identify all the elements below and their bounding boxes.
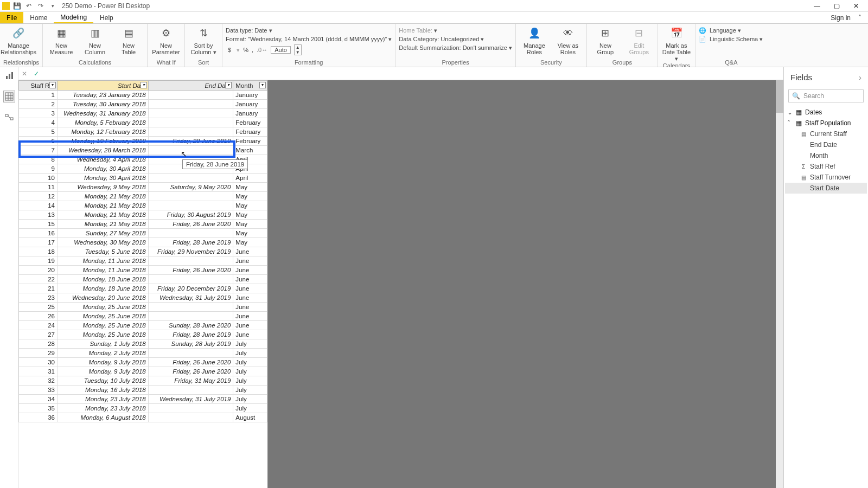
data-view-icon[interactable]: [4, 91, 15, 102]
report-view-icon[interactable]: [4, 70, 15, 81]
currency-button[interactable]: $: [226, 46, 233, 54]
cell-startdate[interactable]: Sunday, 1 July 2018: [57, 339, 148, 349]
cell-startdate[interactable]: Monday, 11 June 2018: [57, 266, 148, 275]
table-row[interactable]: 16Sunday, 27 May 2018May: [19, 229, 267, 238]
table-row[interactable]: 22Monday, 18 June 2018June: [19, 275, 267, 284]
cell-staffref[interactable]: 9: [19, 164, 58, 174]
cell-staffref[interactable]: 18: [19, 247, 58, 256]
cell-startdate[interactable]: Monday, 25 June 2018: [57, 321, 148, 330]
table-row[interactable]: 25Monday, 25 June 2018June: [19, 303, 267, 312]
cell-staffref[interactable]: 14: [19, 201, 58, 210]
table-row[interactable]: 4Monday, 5 February 2018February: [19, 118, 267, 127]
cell-enddate[interactable]: [148, 256, 233, 266]
cell-enddate[interactable]: Sunday, 28 July 2019: [148, 339, 233, 349]
summarization-dropdown[interactable]: Default Summarization: Don't summarize: [399, 44, 512, 52]
cell-month[interactable]: July: [233, 395, 267, 404]
column-header-enddate[interactable]: End Date▾: [148, 81, 233, 91]
table-row[interactable]: 5Monday, 12 February 2018February: [19, 127, 267, 137]
filter-dropdown-icon[interactable]: ▾: [225, 82, 232, 88]
cell-staffref[interactable]: 29: [19, 349, 58, 358]
edit-groups-button[interactable]: ⊟Edit Groups: [624, 25, 654, 55]
cell-staffref[interactable]: 13: [19, 210, 58, 220]
cell-month[interactable]: May: [233, 210, 267, 220]
cell-startdate[interactable]: Monday, 18 June 2018: [57, 284, 148, 293]
cell-startdate[interactable]: Wednesday, 30 May 2018: [57, 238, 148, 247]
cell-month[interactable]: June: [233, 321, 267, 330]
table-row[interactable]: 28Sunday, 1 July 2018Sunday, 28 July 201…: [19, 339, 267, 349]
column-header-staffref[interactable]: Staff Ref▾: [19, 81, 58, 91]
undo-icon[interactable]: ↶: [25, 2, 33, 10]
table-row[interactable]: 29Monday, 2 July 2018July: [19, 349, 267, 358]
fields-search-input[interactable]: 🔍 Search: [788, 89, 864, 102]
cell-month[interactable]: February: [233, 137, 267, 146]
cell-startdate[interactable]: Wednesday, 28 March 2018: [57, 146, 148, 155]
cell-staffref[interactable]: 33: [19, 386, 58, 395]
cell-month[interactable]: June: [233, 303, 267, 312]
cell-month[interactable]: May: [233, 229, 267, 238]
formula-cancel-icon[interactable]: ✕: [22, 70, 27, 78]
fields-table-staffpopulation[interactable]: ˄▦ Staff Population: [785, 118, 867, 129]
cell-enddate[interactable]: [148, 312, 233, 321]
cell-staffref[interactable]: 28: [19, 339, 58, 349]
column-header-startdate[interactable]: Start Date▾: [57, 81, 148, 91]
new-measure-button[interactable]: ▦New Measure: [46, 25, 76, 55]
new-table-button[interactable]: ▤New Table: [113, 25, 144, 55]
cell-enddate[interactable]: [148, 109, 233, 118]
cell-staffref[interactable]: 15: [19, 220, 58, 229]
cell-enddate[interactable]: [148, 229, 233, 238]
cell-month[interactable]: March: [233, 146, 267, 155]
cell-month[interactable]: May: [233, 183, 267, 192]
cell-startdate[interactable]: Wednesday, 4 April 2018: [57, 155, 148, 164]
cell-startdate[interactable]: Monday, 30 April 2018: [57, 174, 148, 183]
field-end-date[interactable]: End Date: [785, 139, 867, 150]
cell-staffref[interactable]: 6: [19, 137, 58, 146]
cell-enddate[interactable]: [148, 303, 233, 312]
cell-staffref[interactable]: 7: [19, 146, 58, 155]
cell-month[interactable]: June: [233, 256, 267, 266]
language-dropdown[interactable]: Language: [710, 27, 741, 34]
manage-relationships-button[interactable]: 🔗Manage Relationships: [3, 25, 34, 55]
close-button[interactable]: ✕: [846, 0, 866, 12]
cell-enddate[interactable]: [148, 275, 233, 284]
cell-startdate[interactable]: Monday, 21 May 2018: [57, 201, 148, 210]
cell-staffref[interactable]: 34: [19, 395, 58, 404]
cell-startdate[interactable]: Monday, 12 February 2018: [57, 127, 148, 137]
cell-month[interactable]: May: [233, 238, 267, 247]
mark-date-table-button[interactable]: 📅Mark as Date Table: [661, 25, 692, 62]
cell-startdate[interactable]: Tuesday, 30 January 2018: [57, 100, 148, 109]
cell-staffref[interactable]: 5: [19, 127, 58, 137]
cell-month[interactable]: June: [233, 275, 267, 284]
cell-month[interactable]: February: [233, 118, 267, 127]
table-row[interactable]: 15Monday, 21 May 2018Friday, 26 June 202…: [19, 220, 267, 229]
cell-staffref[interactable]: 25: [19, 303, 58, 312]
cell-month[interactable]: January: [233, 109, 267, 118]
home-table-dropdown[interactable]: Home Table:: [399, 27, 437, 34]
cell-month[interactable]: June: [233, 312, 267, 321]
tab-help[interactable]: Help: [93, 12, 120, 23]
formula-bar[interactable]: ✕ ✓: [18, 67, 783, 80]
format-dropdown[interactable]: Format: "Wednesday, 14 March 2001 (dddd,…: [226, 36, 392, 43]
cell-startdate[interactable]: Monday, 21 May 2018: [57, 210, 148, 220]
cell-startdate[interactable]: Monday, 9 July 2018: [57, 358, 148, 367]
cell-enddate[interactable]: [148, 192, 233, 201]
cell-enddate[interactable]: [148, 91, 233, 100]
cell-startdate[interactable]: Monday, 6 August 2018: [57, 413, 148, 422]
cell-staffref[interactable]: 36: [19, 413, 58, 422]
new-parameter-button[interactable]: ⚙New Parameter: [151, 25, 181, 55]
cell-month[interactable]: May: [233, 201, 267, 210]
cell-enddate[interactable]: [148, 100, 233, 109]
table-row[interactable]: 30Monday, 9 July 2018Friday, 26 June 202…: [19, 358, 267, 367]
datatype-dropdown[interactable]: Data type: Date: [226, 27, 272, 34]
field-current-staff[interactable]: ▤Current Staff: [785, 129, 867, 139]
signin-link[interactable]: Sign in: [831, 14, 851, 22]
table-row[interactable]: 35Monday, 23 July 2018July: [19, 404, 267, 413]
filter-dropdown-icon[interactable]: ▾: [49, 82, 56, 88]
table-row[interactable]: 1Tuesday, 23 January 2018January: [19, 91, 267, 100]
cell-startdate[interactable]: Sunday, 27 May 2018: [57, 229, 148, 238]
cell-staffref[interactable]: 22: [19, 275, 58, 284]
cell-staffref[interactable]: 21: [19, 284, 58, 293]
cell-startdate[interactable]: Monday, 18 June 2018: [57, 275, 148, 284]
field-staff-ref[interactable]: ΣStaff Ref: [785, 161, 867, 172]
cell-startdate[interactable]: Monday, 25 June 2018: [57, 312, 148, 321]
cell-staffref[interactable]: 16: [19, 229, 58, 238]
